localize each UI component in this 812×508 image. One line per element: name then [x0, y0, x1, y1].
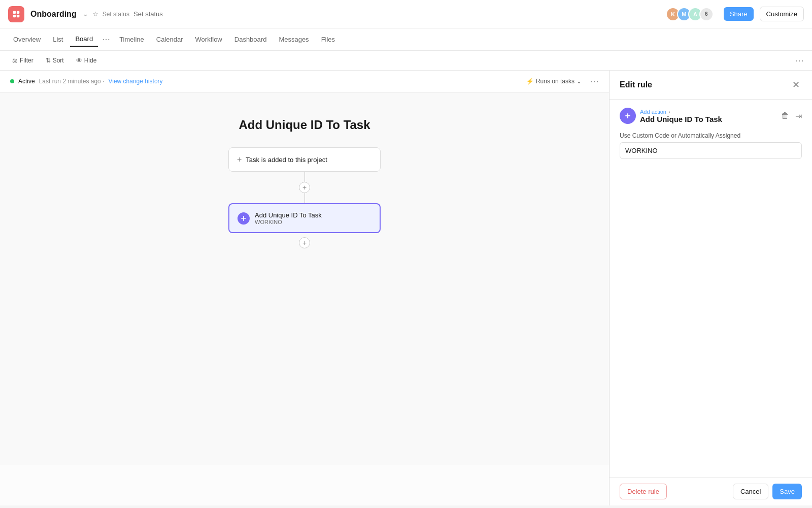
trigger-plus-icon: + — [237, 155, 242, 164]
arrow-icon: › — [668, 109, 670, 115]
sort-button[interactable]: ⇅ Sort — [42, 55, 68, 66]
set-status-label[interactable]: Set status — [133, 10, 163, 18]
add-step-button[interactable]: + — [299, 182, 310, 193]
workflow-more-button[interactable]: ⋯ — [590, 76, 599, 87]
field-label: Use Custom Code or Automatically Assigne… — [620, 132, 802, 139]
board-toolbar: ⚖ Filter ⇅ Sort 👁 Hide ⋯ — [0, 51, 812, 71]
connector-line-2 — [304, 193, 305, 203]
lightning-icon: ⚡ — [526, 78, 534, 85]
tab-overview[interactable]: Overview — [8, 33, 46, 46]
custom-code-input[interactable] — [620, 142, 802, 159]
tab-timeline[interactable]: Timeline — [114, 33, 149, 46]
hide-button[interactable]: 👁 Hide — [72, 55, 101, 66]
tab-more-icon[interactable]: ⋯ — [100, 35, 112, 44]
star-icon[interactable]: ☆ — [92, 10, 98, 18]
chevron-down-icon: ⌄ — [577, 78, 582, 85]
svg-rect-2 — [13, 14, 16, 17]
rule-panel: Edit rule ✕ A — [609, 71, 812, 505]
share-button[interactable]: Share — [724, 7, 754, 21]
rule-main-content: Add action › Add Unique ID To Task 🗑 ⇥ U… — [610, 100, 812, 477]
svg-rect-3 — [17, 14, 19, 17]
rule-bottom-bar: Delete rule Cancel Save — [610, 477, 812, 505]
filter-icon: ⚖ — [12, 57, 18, 64]
avatar-group: K M A 6 — [666, 7, 714, 21]
toolbar-more-button[interactable]: ⋯ — [795, 55, 804, 66]
hide-icon: 👁 — [76, 57, 82, 64]
bottom-connector: + — [299, 233, 310, 248]
status-active-dot — [10, 79, 14, 83]
action-text-block: Add Unique ID To Task WORKINO — [255, 211, 322, 225]
rule-bottom-actions: Cancel Save — [733, 484, 802, 499]
workflow-diagram: Add Unique ID To Task + Task is added to… — [0, 92, 609, 248]
action-icon-circle — [620, 108, 636, 124]
tab-messages[interactable]: Messages — [274, 33, 314, 46]
filter-button[interactable]: ⚖ Filter — [8, 55, 38, 66]
avatar-count[interactable]: 6 — [699, 7, 714, 21]
tab-workflow[interactable]: Workflow — [190, 33, 227, 46]
add-action-label: Add action › — [640, 109, 722, 115]
cancel-button[interactable]: Cancel — [733, 484, 768, 499]
trigger-block[interactable]: + Task is added to this project — [228, 147, 381, 172]
add-action-link[interactable]: Add action — [640, 109, 666, 115]
tab-calendar[interactable]: Calendar — [151, 33, 188, 46]
skip-icon[interactable]: ⇥ — [795, 111, 802, 121]
delete-action-icon[interactable]: 🗑 — [781, 111, 789, 120]
tab-files[interactable]: Files — [316, 33, 340, 46]
board-area: Milestones + ⋯ WORKINO-1 | Finish Planni… — [0, 71, 812, 505]
rule-panel-title: Edit rule — [620, 80, 652, 89]
workflow-title: Add Unique ID To Task — [239, 118, 370, 132]
svg-rect-0 — [13, 11, 16, 13]
topbar-icons: ⌄ ☆ Set status Set status — [83, 10, 163, 18]
tab-dashboard[interactable]: Dashboard — [229, 33, 272, 46]
nav-tabs: Overview List Board ⋯ Timeline Calendar … — [0, 28, 812, 51]
action-block-title: Add Unique ID To Task — [255, 211, 322, 219]
runs-on-dropdown[interactable]: ⚡ Runs on tasks ⌄ — [526, 78, 582, 85]
delete-rule-button[interactable]: Delete rule — [620, 484, 667, 499]
tab-board[interactable]: Board — [70, 32, 98, 47]
save-button[interactable]: Save — [772, 484, 802, 499]
close-rule-panel-button[interactable]: ✕ — [790, 79, 802, 91]
trigger-text: Task is added to this project — [246, 156, 327, 164]
workflow-canvas: Active Last run 2 minutes ago · View cha… — [0, 71, 609, 465]
action-block-sub: WORKINO — [255, 219, 322, 225]
action-name-label: Add Unique ID To Task — [640, 115, 722, 123]
svg-rect-1 — [17, 11, 19, 13]
action-header-text: Add action › Add Unique ID To Task — [640, 109, 722, 123]
action-icon — [238, 212, 250, 225]
svg-rect-7 — [627, 113, 628, 118]
tab-list[interactable]: List — [48, 33, 68, 46]
rule-status-bar: Active Last run 2 minutes ago · View cha… — [0, 71, 609, 92]
svg-rect-5 — [243, 216, 244, 221]
set-status-btn[interactable]: Set status — [103, 11, 129, 18]
topbar: Onboarding ⌄ ☆ Set status Set status K M… — [0, 0, 812, 28]
rule-panel-header: Edit rule ✕ — [610, 71, 812, 100]
connector-line — [304, 172, 305, 182]
view-history-link[interactable]: View change history — [108, 78, 162, 85]
rule-editor-form: Add action › Add Unique ID To Task 🗑 ⇥ U… — [610, 100, 812, 167]
chevron-down-icon[interactable]: ⌄ — [83, 10, 88, 18]
sort-icon: ⇅ — [46, 57, 51, 64]
connector-1: + — [299, 172, 310, 203]
project-name: Onboarding — [30, 10, 77, 19]
add-action-button[interactable]: + — [299, 237, 310, 248]
last-run-info: Last run 2 minutes ago · — [39, 78, 105, 85]
action-block[interactable]: Add Unique ID To Task WORKINO — [228, 203, 381, 233]
customize-button[interactable]: Customize — [760, 7, 804, 21]
status-active-label: Active — [18, 78, 35, 85]
app-icon — [8, 6, 24, 22]
